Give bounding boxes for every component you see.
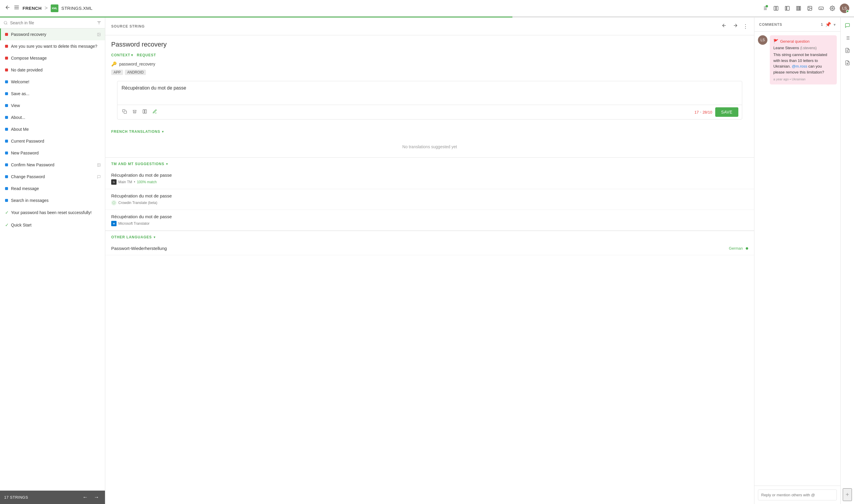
tm-item[interactable]: Récupération du mot de passe M Microsoft… [105, 210, 754, 231]
back-button[interactable] [5, 4, 11, 12]
status-dot-red [5, 69, 8, 71]
list-item[interactable]: About Me [0, 123, 105, 135]
request-button[interactable]: REQUEST [137, 53, 156, 57]
more-options-button[interactable]: ⋮ [743, 23, 748, 30]
tm-item[interactable]: Récupération du mot de passe Crowdin Tra… [105, 189, 754, 210]
layout2-button[interactable] [783, 4, 791, 12]
add-button[interactable]: + [843, 488, 852, 501]
translation-editor-wrap: Récupération du mot de passe [105, 81, 754, 125]
svg-rect-14 [798, 6, 799, 11]
french-translations-label: FRENCH TRANSLATIONS [111, 129, 160, 134]
other-languages-label: OTHER LANGUAGES [111, 235, 152, 239]
item-icons [97, 175, 101, 179]
save-button[interactable]: SAVE [715, 107, 739, 117]
list-view-button[interactable] [761, 4, 769, 12]
layout3-button[interactable] [795, 4, 802, 12]
list-item[interactable]: Change Password [0, 171, 105, 183]
next-button[interactable] [731, 22, 739, 31]
context-button[interactable]: CONTEXT ▾ [111, 53, 133, 57]
topbar-left: FRENCH > XML STRINGS.XML [5, 4, 757, 12]
sidebar-item-label: Change Password [11, 174, 94, 179]
crowdin-source-name: Crowdin Translate (beta) [118, 201, 157, 205]
pin-button[interactable]: 📌 [825, 22, 831, 27]
list-item[interactable]: Welcome! [0, 76, 105, 88]
comment-list: LS 🚩 General question Leane Stevens (l.s… [754, 32, 840, 486]
prev-string-button[interactable]: ← [81, 493, 90, 501]
comments-panel: COMMENTS 1 📌 ▾ LS 🚩 General question Lea… [754, 18, 840, 504]
list-item[interactable]: View [0, 100, 105, 111]
status-dot-blue [5, 187, 8, 190]
list-item[interactable]: ✓ Quick Start [0, 219, 105, 231]
reply-input[interactable] [758, 489, 837, 501]
strings-tab-button[interactable] [842, 33, 853, 43]
key-row: 🔑 password_recovery [105, 59, 754, 69]
comments-tab-button[interactable] [842, 20, 853, 31]
settings-button[interactable] [829, 4, 836, 12]
svg-rect-18 [819, 7, 823, 10]
comment-reply-area [754, 486, 840, 504]
chevron-down-icon: ▾ [131, 53, 133, 57]
commenter-info: Leane Stevens (l.stevens) [773, 46, 833, 50]
sidebar-item-label: About Me [11, 127, 101, 132]
list-item[interactable]: Are you sure you want to delete this mes… [0, 40, 105, 52]
list-item[interactable]: No date provided [0, 64, 105, 76]
list-item[interactable]: Current Password [0, 135, 105, 147]
tag-row: APP ANDROID [105, 69, 754, 78]
spellcheck-button[interactable] [151, 108, 158, 116]
other-language-item[interactable]: Passwort-Wiederherstellung German [105, 241, 754, 255]
list-item[interactable]: ✓ Your password has been reset successfu… [0, 206, 105, 219]
filter-icon[interactable] [97, 20, 102, 25]
status-dot-blue [5, 199, 8, 202]
split-button[interactable] [141, 108, 148, 116]
tm-label: TM AND MT SUGGESTIONS [111, 162, 164, 166]
tm-translation-text: Récupération du mot de passe [111, 193, 748, 198]
list-item[interactable]: About... [0, 111, 105, 123]
tm-item[interactable]: Récupération du mot de passe G Main TM •… [105, 168, 754, 189]
keyboard-button[interactable] [817, 4, 825, 12]
list-item[interactable]: Confirm New Password [0, 159, 105, 171]
sidebar-item-label: View [11, 103, 101, 108]
comment-count: 1 [821, 22, 823, 27]
comment-card: 🚩 General question Leane Stevens (l.stev… [770, 35, 837, 85]
filename: STRINGS.XML [61, 6, 92, 11]
list-item[interactable]: Compose Message [0, 52, 105, 64]
list-item[interactable]: Password recovery [0, 29, 105, 40]
svg-rect-12 [787, 6, 789, 11]
svg-point-33 [98, 164, 99, 164]
translation-text-field[interactable]: Récupération du mot de passe [118, 81, 742, 105]
list-item[interactable]: Save as... [0, 88, 105, 100]
tm-dot-sep: • [134, 180, 135, 184]
clear-button[interactable] [131, 108, 138, 116]
copy-source-button[interactable] [121, 108, 128, 116]
tm-header: TM AND MT SUGGESTIONS ▾ [105, 158, 754, 168]
tm-meta: Crowdin Translate (beta) [111, 200, 748, 205]
status-dot-blue [5, 116, 8, 119]
prev-button[interactable] [720, 22, 728, 31]
source-string-header: SOURCE STRING ⋮ [105, 18, 754, 35]
tm-source-name: Main TM [118, 180, 132, 184]
svg-line-26 [6, 24, 7, 24]
chevron-down-icon: ▾ [154, 235, 155, 239]
project-name: FRENCH [22, 6, 41, 11]
list-item[interactable]: Read message [0, 183, 105, 195]
editor-stats: 17 • 28/10 [694, 110, 712, 114]
status-dot-blue [5, 140, 8, 143]
sidebar-item-label: Save as... [11, 91, 101, 96]
chevron-down-icon: ▾ [162, 129, 164, 134]
layout1-button[interactable] [772, 4, 780, 12]
list-item[interactable]: Search in messages [0, 195, 105, 206]
image-button[interactable] [806, 4, 814, 12]
other-language-name: German [729, 246, 743, 251]
search-input[interactable] [10, 20, 94, 25]
svg-rect-34 [124, 111, 127, 113]
svg-point-24 [832, 7, 833, 9]
reports-tab-button[interactable] [842, 58, 853, 68]
menu-button[interactable] [14, 4, 20, 12]
list-item[interactable]: New Password [0, 147, 105, 159]
tm-translation-text: Récupération du mot de passe [111, 214, 748, 219]
history-tab-button[interactable] [842, 46, 853, 55]
comments-header: COMMENTS 1 📌 ▾ [754, 18, 840, 32]
flag-icon: 🚩 [773, 39, 778, 43]
next-string-button[interactable]: → [92, 493, 101, 501]
collapse-button[interactable]: ▾ [834, 22, 836, 27]
